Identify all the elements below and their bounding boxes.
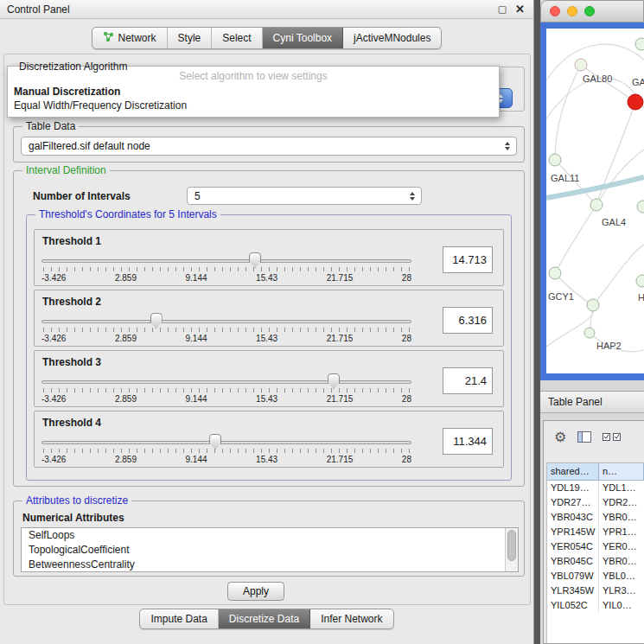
table-cell[interactable]: YBR045C (547, 554, 599, 569)
tab-label: Discretize Data (229, 613, 299, 625)
zoom-traffic-light[interactable] (584, 6, 595, 16)
table-row[interactable]: YIL052CYIL0… (547, 598, 644, 613)
slider-thumb[interactable] (209, 434, 221, 450)
table-row[interactable]: YDR27…YDR2… (547, 495, 644, 510)
tab-discretize-data[interactable]: Discretize Data (219, 609, 310, 628)
network-node[interactable] (635, 38, 644, 50)
network-node[interactable] (587, 299, 599, 311)
network-node[interactable] (636, 275, 644, 287)
table-cell[interactable]: YDR2… (599, 495, 644, 510)
threshold-1-value-field[interactable]: 14.713 (443, 246, 493, 273)
slider-track[interactable] (41, 320, 411, 323)
scale-label: 21.715 (327, 455, 354, 464)
scale-label: 2.859 (115, 455, 137, 464)
table-cell[interactable]: YBR0… (599, 510, 644, 525)
network-node[interactable] (549, 267, 561, 279)
minimize-traffic-light[interactable] (567, 6, 577, 16)
table-cell[interactable]: YBR043C (547, 510, 599, 525)
tab-jactivemodules[interactable]: jActiveMNodules (343, 28, 441, 48)
table-cell[interactable]: YER0… (599, 539, 644, 554)
cyni-toolbox-panel: Discretization Algorithm Table Data galF… (3, 54, 531, 605)
node-label: GA (632, 77, 644, 87)
tab-style[interactable]: Style (168, 28, 213, 48)
popup-option-equal-width-frequency[interactable]: Equal Width/Frequency Discretization (8, 99, 499, 112)
scale-label: -3.426 (41, 334, 66, 343)
table-row[interactable]: YDL19…YDL1… (547, 481, 644, 495)
network-node[interactable] (584, 328, 595, 338)
threshold-2-slider[interactable]: -3.426 2.859 9.144 15.43 21.715 28 (41, 313, 411, 346)
network-node[interactable] (637, 201, 644, 213)
tab-impute-data[interactable]: Impute Data (140, 609, 218, 628)
threshold-1-slider[interactable]: -3.426 2.859 9.144 15.43 21.715 28 (41, 252, 411, 285)
slider-track[interactable] (41, 380, 411, 384)
tab-select[interactable]: Select (212, 28, 262, 48)
tab-infer-network[interactable]: Infer Network (310, 609, 392, 628)
threshold-4-slider[interactable]: -3.426 2.859 9.144 15.43 21.715 28 (41, 434, 411, 467)
chevron-updown-icon (404, 192, 421, 201)
gear-icon[interactable]: ⚙ (554, 429, 566, 445)
table-row[interactable]: YBR043CYBR0… (547, 510, 644, 525)
network-node[interactable] (549, 154, 561, 166)
tab-cyni-toolbox[interactable]: Cyni Toolbox (263, 28, 343, 48)
table-row[interactable]: YER054CYER0… (547, 539, 644, 554)
list-item[interactable]: SelfLoops (22, 528, 518, 543)
slider-thumb[interactable] (249, 252, 261, 268)
table-cell[interactable]: YBL079W (547, 569, 599, 583)
network-svg: GAL80GAGAL11GAL4GCY1HAP2H (546, 29, 644, 373)
table-row[interactable]: YPR145WYPR1… (547, 525, 644, 539)
slider-track[interactable] (41, 259, 411, 263)
number-of-intervals-select[interactable]: 5 (187, 187, 422, 205)
table-cell[interactable]: YIL0… (599, 598, 644, 613)
scale-label: 9.144 (186, 273, 207, 283)
table-cell[interactable]: YDR27… (547, 495, 599, 510)
network-edge (546, 305, 594, 347)
threshold-label: Threshold 3 (42, 356, 101, 368)
attributes-list[interactable]: SelfLoops TopologicalCoefficient Between… (21, 527, 519, 572)
table-cell[interactable]: YBL0… (599, 569, 644, 583)
threshold-2-value-field[interactable]: 6.316 (443, 307, 493, 334)
float-window-icon[interactable]: ▢ (498, 4, 507, 14)
number-of-intervals-value: 5 (188, 190, 404, 202)
list-item[interactable]: TopologicalCoefficient (22, 543, 518, 558)
network-node[interactable] (628, 94, 643, 110)
threshold-label: Threshold 1 (42, 235, 101, 247)
close-window-icon[interactable]: ✕ (515, 3, 525, 15)
close-traffic-light[interactable] (550, 6, 560, 16)
table-cell[interactable]: YIL052C (547, 598, 599, 613)
table-cell[interactable]: YBR0… (599, 554, 644, 569)
slider-thumb[interactable] (328, 373, 340, 389)
table-cell[interactable]: YPR145W (547, 525, 599, 539)
column-header-name[interactable]: n… (599, 463, 644, 481)
table-cell[interactable]: YLR3… (599, 583, 644, 598)
table-row[interactable]: YBL079WYBL0… (547, 569, 644, 583)
table-cell[interactable]: YPR1… (599, 525, 644, 539)
tab-network[interactable]: Network (92, 28, 168, 48)
table-cell[interactable]: YDL1… (599, 481, 644, 495)
table-cell[interactable]: YLR345W (547, 583, 599, 598)
scale-label: 2.859 (115, 273, 137, 283)
table-data-group: Table Data galFiltered.sif default node (13, 126, 525, 163)
threshold-3-value-field[interactable]: 21.4 (443, 367, 493, 394)
slider-thumb[interactable] (150, 313, 163, 328)
scrollbar-thumb[interactable] (507, 530, 516, 561)
table-cell[interactable]: YER054C (547, 539, 599, 554)
list-item[interactable]: BetweennessCentrality (22, 558, 518, 572)
column-checkboxes-icon[interactable] (603, 432, 622, 441)
network-view[interactable]: GAL80GAGAL11GAL4GCY1HAP2H (540, 22, 644, 380)
table-row[interactable]: YBR045CYBR0… (547, 554, 644, 569)
threshold-4-value-field[interactable]: 11.344 (443, 428, 493, 455)
network-canvas[interactable]: GAL80GAGAL11GAL4GCY1HAP2H (546, 29, 644, 373)
table-row[interactable]: YLR345WYLR3… (547, 583, 644, 598)
column-header-shared-name[interactable]: shared… (547, 463, 599, 481)
popup-option-manual-discretization[interactable]: Manual Discretization (8, 85, 499, 99)
slider-track[interactable] (41, 441, 411, 444)
network-node[interactable] (575, 59, 587, 71)
threshold-3-slider[interactable]: -3.426 2.859 9.144 15.43 21.715 28 (41, 373, 411, 406)
table-data-select[interactable]: galFiltered.sif default node (21, 137, 517, 156)
table-panel-title: Table Panel (548, 396, 603, 408)
network-node[interactable] (590, 199, 603, 211)
scrollbar[interactable] (505, 528, 518, 571)
table-columns-icon[interactable] (577, 431, 591, 443)
table-cell[interactable]: YDL19… (547, 481, 599, 495)
apply-button[interactable]: Apply (227, 582, 284, 601)
